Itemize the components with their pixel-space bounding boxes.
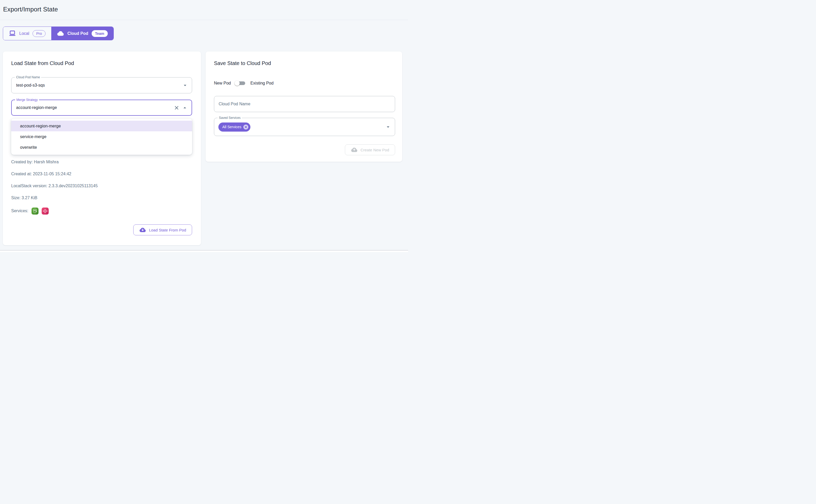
bottom-scroll-strip [0,250,408,252]
pod-type-toggle-row: New Pod Existing Pod [214,80,395,87]
tab-cloud-pod-label: Cloud Pod [67,31,88,36]
merge-strategy-label: Merge Strategy [15,98,39,102]
localstack-version-text: LocalStack version: 2.3.3.dev20231025113… [11,183,192,189]
option-overwrite[interactable]: overwrite [11,142,192,153]
option-service-merge[interactable]: service-merge [11,131,192,142]
chevron-down-icon[interactable] [182,82,188,88]
chevron-up-icon[interactable] [182,105,188,111]
page-title: Export/Import State [3,6,405,13]
existing-pod-label: Existing Pod [251,81,274,86]
new-pod-label: New Pod [214,81,231,86]
load-state-from-pod-button[interactable]: Load State From Pod [133,224,192,235]
laptop-icon [9,30,16,36]
load-card-title: Load State from Cloud Pod [11,60,192,66]
save-pod-name-field [214,96,395,112]
team-badge: Team [92,30,108,37]
sqs-service-icon [42,208,49,215]
all-services-chip-label: All Services [222,125,241,129]
chip-delete-icon[interactable] [243,124,249,130]
services-label: Services: [11,209,28,213]
all-services-chip: All Services [219,122,251,132]
merge-strategy-options-panel: account-region-merge service-merge overw… [11,119,192,155]
cloud-download-icon [139,228,146,232]
cloud-pod-name-select-label: Cloud Pod Name [15,75,41,79]
mode-toggle-group: Local Pro Cloud Pod Team [3,27,114,40]
save-state-card: Save State to Cloud Pod New Pod Existing… [206,51,402,162]
cloud-pod-name-select-value: test-pod-s3-sqs [11,83,182,88]
cloud-icon [57,31,64,36]
cloud-pod-name-select[interactable]: Cloud Pod Name test-pod-s3-sqs [11,77,192,93]
tab-cloud-pod[interactable]: Cloud Pod Team [51,27,113,40]
chevron-down-icon[interactable] [385,124,391,130]
pod-type-switch[interactable] [235,80,247,87]
clear-icon[interactable] [173,105,179,111]
merge-strategy-field: Merge Strategy [11,100,192,116]
created-at-text: Created at: 2023-11-05 15:24:42 [11,171,192,177]
saved-services-select[interactable]: Saved Services All Services [214,118,395,136]
size-text: Size: 3.27 KiB [11,195,192,201]
cloud-upload-icon [351,147,358,152]
page-header: Export/Import State [0,0,408,20]
load-state-from-pod-label: Load State From Pod [149,228,186,232]
tab-local[interactable]: Local Pro [3,27,51,40]
services-row: Services: [11,207,192,215]
create-new-pod-button[interactable]: Create New Pod [345,144,395,155]
tab-local-label: Local [19,31,29,36]
save-pod-name-input[interactable] [214,102,395,106]
created-by-text: Created by: Harsh Mishra [11,159,192,165]
save-card-title: Save State to Cloud Pod [214,60,395,66]
saved-services-label: Saved Services [218,116,242,120]
switch-knob [235,81,240,86]
pro-badge: Pro [33,30,46,37]
s3-service-icon [31,208,38,215]
merge-strategy-input[interactable] [12,105,173,110]
load-state-card: Load State from Cloud Pod Cloud Pod Name… [3,51,201,245]
create-new-pod-label: Create New Pod [361,148,389,152]
option-account-region-merge[interactable]: account-region-merge [11,121,192,131]
